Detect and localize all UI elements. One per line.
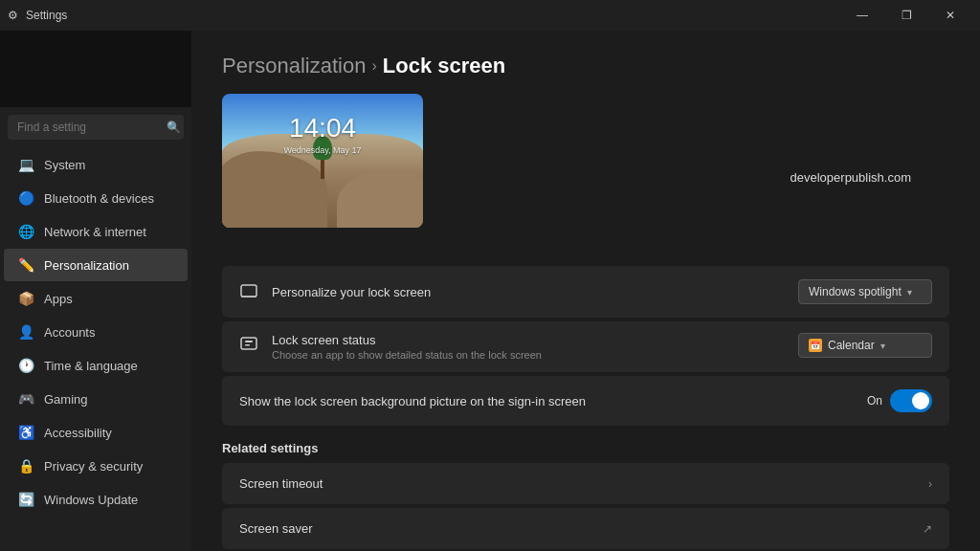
personalize-control[interactable]: Windows spotlight ▾ bbox=[798, 279, 932, 304]
sidebar-item-update[interactable]: 🔄 Windows Update bbox=[4, 483, 188, 516]
nav-label-system: System bbox=[44, 158, 85, 172]
svg-rect-3 bbox=[245, 341, 253, 342]
window-title: Settings bbox=[26, 9, 67, 22]
nav-label-gaming: Gaming bbox=[44, 392, 88, 407]
chevron-right-icon: › bbox=[928, 477, 932, 491]
close-button[interactable]: ✕ bbox=[928, 0, 972, 31]
screen-timeout-label: Screen timeout bbox=[239, 476, 911, 491]
breadcrumb-parent[interactable]: Personalization bbox=[222, 54, 366, 78]
chevron-down-icon: ▾ bbox=[907, 287, 912, 298]
nav-icon-apps: 📦 bbox=[17, 290, 34, 307]
content-area: Personalization › Lock screen 14:04 Wedn… bbox=[191, 31, 980, 551]
minimize-button[interactable]: — bbox=[840, 0, 884, 31]
nav-icon-update: 🔄 bbox=[17, 491, 34, 508]
nav-label-network: Network & internet bbox=[44, 225, 146, 239]
lockscreen-time: 14:04 bbox=[222, 113, 423, 143]
sidebar: 🔍 💻 System 🔵 Bluetooth & devices 🌐 Netwo… bbox=[0, 31, 191, 551]
nav-icon-bluetooth: 🔵 bbox=[17, 189, 34, 207]
nav-icon-gaming: 🎮 bbox=[17, 390, 34, 408]
lockscreen-date: Wednesday, May 17 bbox=[222, 145, 423, 155]
calendar-icon: 📅 bbox=[809, 339, 822, 352]
main-layout: 🔍 💻 System 🔵 Bluetooth & devices 🌐 Netwo… bbox=[0, 31, 980, 551]
external-link-icon: ↗ bbox=[923, 522, 932, 536]
title-bar-left: ⚙ Settings bbox=[8, 9, 67, 22]
status-text: Lock screen status Choose an app to show… bbox=[272, 333, 785, 361]
background-setting-row: Show the lock screen background picture … bbox=[222, 376, 949, 426]
toggle-label: On bbox=[867, 394, 882, 408]
toggle-thumb bbox=[912, 392, 929, 409]
sidebar-item-network[interactable]: 🌐 Network & internet bbox=[4, 215, 188, 248]
sidebar-item-accessibility[interactable]: ♿ Accessibility bbox=[4, 416, 188, 449]
title-bar: ⚙ Settings — ❐ ✕ bbox=[0, 0, 980, 31]
settings-icon: ⚙ bbox=[8, 9, 18, 22]
nav-icon-network: 🌐 bbox=[17, 223, 34, 240]
tree-trunk bbox=[321, 160, 324, 179]
nav-label-personalization: Personalization bbox=[44, 258, 129, 273]
nav-label-accounts: Accounts bbox=[44, 325, 95, 340]
watermark: developerpublish.com bbox=[791, 170, 911, 185]
nav-icon-accounts: 👤 bbox=[17, 323, 34, 341]
preview-row: 14:04 Wednesday, May 17 developerpublish… bbox=[222, 94, 949, 247]
user-thumbnail bbox=[0, 31, 191, 107]
title-bar-controls: — ❐ ✕ bbox=[840, 0, 972, 31]
nav-icon-personalization: ✏️ bbox=[17, 256, 34, 274]
breadcrumb: Personalization › Lock screen bbox=[222, 54, 949, 78]
chevron-down-icon-2: ▾ bbox=[880, 341, 885, 351]
search-input[interactable] bbox=[17, 121, 161, 134]
screen-timeout-row[interactable]: Screen timeout › bbox=[222, 463, 949, 504]
nav-label-time: Time & language bbox=[44, 359, 138, 373]
breadcrumb-sep: › bbox=[371, 57, 376, 75]
status-icon bbox=[239, 335, 258, 354]
status-setting-row: Lock screen status Choose an app to show… bbox=[222, 321, 949, 372]
sidebar-item-accounts[interactable]: 👤 Accounts bbox=[4, 316, 188, 348]
background-control[interactable]: On bbox=[867, 389, 932, 412]
nav-label-accessibility: Accessibility bbox=[44, 426, 112, 440]
nav-label-privacy: Privacy & security bbox=[44, 459, 143, 474]
background-toggle[interactable] bbox=[890, 389, 932, 412]
nav-label-bluetooth: Bluetooth & devices bbox=[44, 191, 154, 206]
sidebar-item-apps[interactable]: 📦 Apps bbox=[4, 282, 188, 315]
svg-rect-4 bbox=[245, 344, 250, 346]
maximize-button[interactable]: ❐ bbox=[884, 0, 928, 31]
sidebar-item-personalization[interactable]: ✏️ Personalization bbox=[4, 249, 188, 281]
personalize-setting-row: Personalize your lock screen Windows spo… bbox=[222, 266, 949, 318]
sidebar-item-bluetooth[interactable]: 🔵 Bluetooth & devices bbox=[4, 182, 188, 214]
nav-icon-accessibility: ♿ bbox=[17, 424, 34, 441]
sidebar-item-system[interactable]: 💻 System bbox=[4, 148, 188, 181]
personalize-label: Personalize your lock screen bbox=[272, 285, 785, 299]
lockscreen-preview: 14:04 Wednesday, May 17 bbox=[222, 94, 423, 228]
nav-icon-privacy: 🔒 bbox=[17, 457, 34, 474]
personalize-icon bbox=[239, 282, 258, 301]
page-title: Lock screen bbox=[383, 54, 505, 78]
svg-rect-2 bbox=[241, 338, 256, 349]
nav-list: 💻 System 🔵 Bluetooth & devices 🌐 Network… bbox=[0, 147, 191, 517]
screen-saver-row[interactable]: Screen saver ↗ bbox=[222, 508, 949, 549]
nav-label-update: Windows Update bbox=[44, 493, 138, 507]
personalize-dropdown[interactable]: Windows spotlight ▾ bbox=[798, 279, 932, 304]
status-dropdown-value: Calendar bbox=[828, 339, 875, 352]
sidebar-item-privacy[interactable]: 🔒 Privacy & security bbox=[4, 450, 188, 482]
status-dropdown[interactable]: 📅 Calendar ▾ bbox=[798, 333, 932, 358]
search-icon: 🔍 bbox=[167, 121, 181, 134]
related-settings-title: Related settings bbox=[222, 441, 949, 455]
personalize-dropdown-value: Windows spotlight bbox=[809, 285, 902, 298]
status-control[interactable]: 📅 Calendar ▾ bbox=[798, 333, 932, 358]
sidebar-item-gaming[interactable]: 🎮 Gaming bbox=[4, 383, 188, 415]
nav-icon-time: 🕐 bbox=[17, 357, 34, 374]
search-box[interactable]: 🔍 bbox=[8, 115, 184, 140]
background-label: Show the lock screen background picture … bbox=[239, 394, 854, 408]
sidebar-item-time[interactable]: 🕐 Time & language bbox=[4, 349, 188, 382]
nav-label-apps: Apps bbox=[44, 292, 73, 306]
screen-saver-label: Screen saver bbox=[239, 521, 905, 536]
svg-rect-0 bbox=[241, 285, 256, 297]
nav-icon-system: 💻 bbox=[17, 156, 34, 173]
